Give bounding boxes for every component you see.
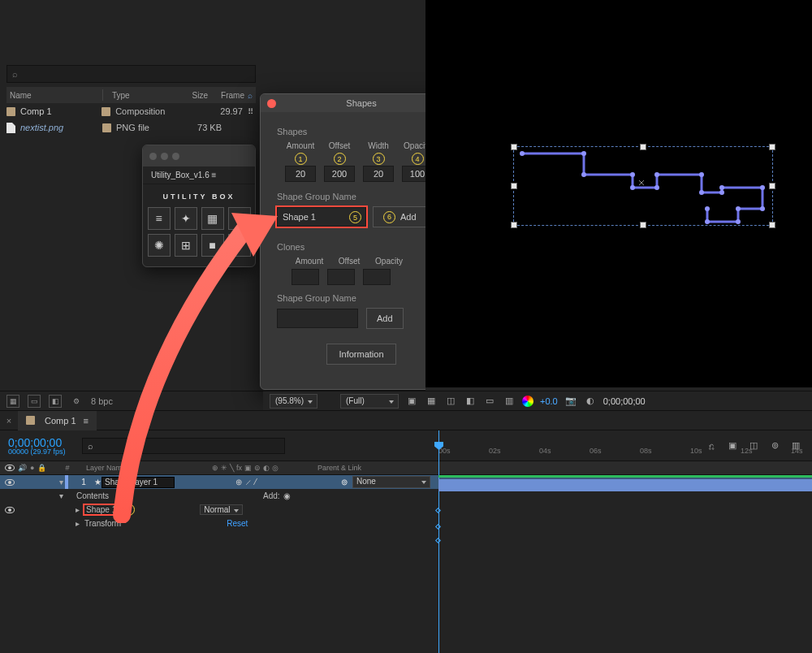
util-tool-camera[interactable]: ■	[201, 234, 224, 257]
util-tool-matrix[interactable]: ⊞	[175, 234, 197, 257]
solo-column-icon[interactable]: ●	[30, 464, 34, 472]
trash-icon[interactable]: 🗑	[137, 395, 150, 408]
width-input[interactable]	[363, 166, 394, 182]
utility-box-panel[interactable]: Utility_Box_v1.6 ≡ UTILITY BOX ≡ ✦ ▦ ⤷ ✺…	[142, 145, 256, 267]
util-tool-shapes[interactable]: ⤷	[228, 207, 251, 230]
col-size[interactable]: Size	[169, 91, 208, 100]
col-index[interactable]: #	[57, 464, 78, 472]
time-ruler[interactable]: 00s 02s 04s 06s 08s 10s 12s 14s	[438, 430, 812, 461]
interpret-footage-icon[interactable]: ▦	[6, 395, 19, 408]
region-of-interest-icon[interactable]: ▣	[405, 395, 418, 408]
visibility-toggle[interactable]	[5, 507, 15, 513]
svg-point-16	[705, 206, 710, 211]
layer-duration-bar[interactable]	[438, 479, 812, 491]
flowchart-icon[interactable]: ⠿	[248, 107, 253, 116]
panel-titlebar[interactable]	[143, 145, 255, 166]
mask-toggle-icon[interactable]: ◫	[444, 395, 457, 408]
window-traffic-lights[interactable]	[149, 153, 179, 160]
panel-tab[interactable]: Utility_Box_v1.6 ≡	[143, 166, 255, 184]
item-framerate: 29.97	[220, 106, 243, 116]
add-button[interactable]: 6 Add	[373, 206, 427, 227]
project-search-input[interactable]: ⌕	[6, 65, 256, 83]
col-name[interactable]: Name	[6, 91, 102, 100]
quality-toggle[interactable]: ⟋	[244, 478, 253, 487]
col-type[interactable]: Type	[112, 91, 169, 100]
layer-color-bar[interactable]	[65, 475, 68, 489]
pickwhip-icon[interactable]: ⊚	[341, 478, 348, 487]
timeline-track-area[interactable]	[438, 461, 812, 653]
frameblend-icon[interactable]: ▣	[244, 464, 252, 472]
visibility-toggle[interactable]	[5, 479, 15, 486]
amount-input[interactable]	[285, 166, 316, 182]
twirl-icon[interactable]: ▸	[73, 519, 81, 528]
exposure-value[interactable]: +0.0	[540, 396, 558, 406]
color-management-icon[interactable]	[522, 396, 533, 407]
audio-column-icon[interactable]: 🔊	[18, 464, 27, 472]
new-folder-icon[interactable]: ▭	[28, 395, 41, 408]
label-color-swatch	[6, 107, 15, 116]
shy-icon[interactable]: ⊕	[212, 464, 218, 472]
bpc-toggle[interactable]: 8 bpc	[91, 396, 113, 406]
shy-toggle[interactable]: ⊕	[235, 478, 242, 487]
timeline-tab[interactable]: Comp 1 ≡	[18, 411, 97, 430]
utility-box-logo: UTILITY BOX	[149, 192, 248, 201]
resolution-dropdown[interactable]: (Full)	[340, 394, 399, 409]
util-tool-effects[interactable]: ✺	[148, 234, 171, 257]
clone-offset-input[interactable]	[327, 269, 355, 285]
collapse-icon[interactable]: ✳	[221, 464, 227, 472]
col-parent[interactable]: Parent & Link	[317, 464, 415, 472]
close-window-icon[interactable]	[267, 99, 276, 108]
transparency-grid-icon[interactable]: ▦	[425, 395, 438, 408]
fx-icon[interactable]: fx	[236, 464, 242, 472]
ruler-tick: 02s	[489, 447, 501, 455]
twirl-icon[interactable]: ▾	[57, 491, 65, 500]
twirl-icon[interactable]: ▸	[73, 505, 81, 514]
col-framerate[interactable]: Frame	[221, 91, 244, 100]
zoom-dropdown[interactable]: (95.8%)	[270, 394, 317, 409]
settings-icon[interactable]: ⚙	[70, 395, 83, 408]
information-button[interactable]: Information	[326, 344, 395, 365]
shape-path-preview	[519, 150, 779, 240]
layer-name-input[interactable]	[102, 477, 175, 488]
col-layer-name[interactable]: Layer Name	[78, 464, 212, 472]
show-snapshot-icon[interactable]: ◐	[584, 395, 597, 408]
timecode-icon[interactable]: ◧	[464, 395, 477, 408]
clone-shape-group-name-label: Shape Group Name	[277, 293, 446, 303]
eye-column-icon[interactable]	[5, 465, 15, 471]
offset-input[interactable]	[324, 166, 355, 182]
util-tool-extra[interactable]	[228, 234, 251, 257]
viewer-canvas[interactable]	[425, 0, 812, 387]
snapshot-icon[interactable]: 📷	[564, 395, 577, 408]
shape-group-name[interactable]: Shape 1	[84, 505, 118, 514]
viewer-timecode[interactable]: 0;00;00;00	[603, 396, 646, 406]
util-tool-anchor[interactable]: ✦	[175, 207, 197, 230]
quality-icon[interactable]: ╲	[230, 464, 234, 472]
svg-point-2	[581, 172, 586, 177]
clone-opacity-input[interactable]	[363, 269, 391, 285]
project-row[interactable]: Comp 1 Composition 29.97 ⠿	[6, 103, 256, 119]
motionblur-col-icon[interactable]: ⊚	[254, 464, 261, 472]
clone-amount-input[interactable]	[292, 269, 319, 285]
guides-icon[interactable]: ▥	[503, 395, 516, 408]
project-row[interactable]: nextist.png PNG file 73 KB	[6, 119, 256, 136]
timeline-search-input[interactable]: ⌕	[82, 438, 285, 454]
new-comp-icon[interactable]: ◧	[49, 395, 62, 408]
adjustment-toggle[interactable]: ∕	[255, 478, 257, 487]
reset-link[interactable]: Reset	[227, 519, 248, 528]
blend-mode-dropdown[interactable]: Normal	[200, 504, 242, 515]
clone-shape-group-name-input[interactable]	[277, 309, 358, 328]
add-menu-icon[interactable]: ◉	[283, 491, 291, 500]
util-tool-align[interactable]: ≡	[148, 207, 171, 230]
svg-point-0	[520, 151, 525, 156]
3d-view-icon[interactable]: ▭	[483, 395, 496, 408]
keyframe-marker[interactable]	[435, 538, 441, 543]
lock-column-icon[interactable]: 🔒	[37, 464, 46, 472]
parent-dropdown[interactable]: None	[352, 476, 430, 488]
clone-add-button[interactable]: Add	[366, 308, 404, 329]
util-tool-grid[interactable]: ▦	[201, 207, 224, 230]
adjustment-icon[interactable]: ◐	[263, 464, 270, 472]
close-panel-icon[interactable]: ×	[0, 416, 18, 426]
3d-layer-col-icon[interactable]: ◎	[272, 464, 279, 472]
twirl-icon[interactable]: ▾	[57, 478, 65, 487]
search-icon[interactable]: ⌕	[248, 91, 253, 100]
